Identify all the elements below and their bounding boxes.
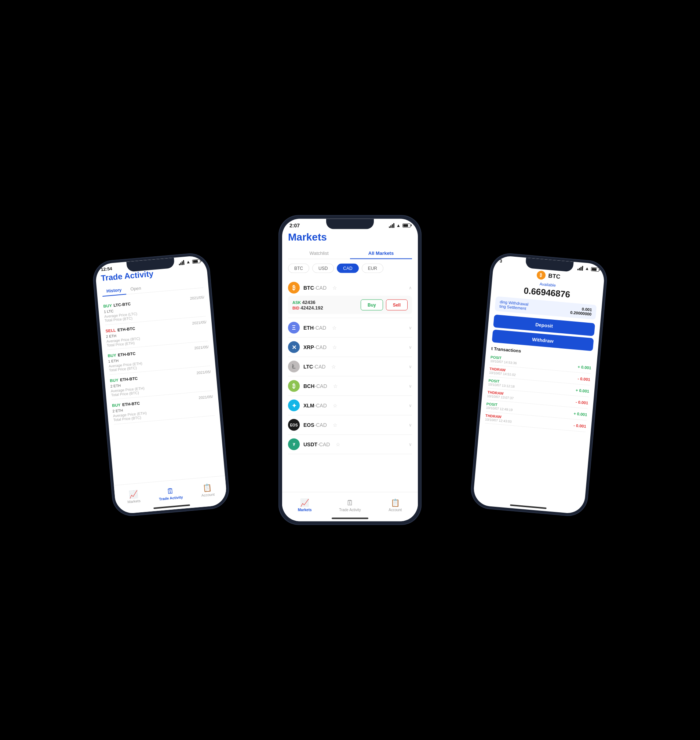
signal-icon-right: [578, 266, 583, 271]
trade-pair-3: ETH-BTC: [120, 376, 138, 382]
btc-chevron: ∧: [409, 285, 412, 291]
account-icon-left: 📋: [203, 483, 212, 492]
trade-icon-left: 🗓: [166, 487, 174, 496]
notch-center: [326, 219, 374, 229]
nav-markets-left[interactable]: 📈 Markets: [114, 485, 153, 509]
account-screen: ₿ BTC Available 0.66946876 ding Withdraw…: [474, 264, 604, 494]
ltc-icon: Ł: [288, 361, 300, 373]
tab-history[interactable]: History: [101, 285, 126, 297]
phone-center: 2:07 ▲ Markets Watchlist All Markets: [278, 215, 422, 525]
bch-icon: ₿: [288, 380, 300, 392]
usdt-chevron: ∨: [409, 442, 412, 447]
trade-date-4: 2021/05/: [199, 395, 213, 400]
trade-date-3: 2021/05/: [196, 370, 211, 375]
eth-chevron: ∨: [409, 325, 412, 330]
market-item-eth[interactable]: Ξ ETH-CAD ☆ ∨: [288, 318, 412, 338]
bid-label: BID: [293, 306, 299, 310]
bch-star[interactable]: ☆: [333, 383, 338, 389]
trade-icon-center: 🗓: [346, 498, 354, 507]
account-label-center: Account: [388, 508, 402, 512]
markets-screen: Markets Watchlist All Markets BTC USD CA…: [282, 230, 418, 499]
btc-account-label: BTC: [548, 272, 560, 280]
trade-action-0: BUY: [103, 303, 112, 308]
status-icons-center: ▲: [389, 223, 410, 228]
usdt-star[interactable]: ☆: [336, 442, 340, 447]
xlm-pair: XLM-CAD: [303, 403, 327, 408]
ltc-star[interactable]: ☆: [331, 364, 336, 370]
market-item-xrp[interactable]: ✕ XRP-CAD ☆ ∨: [288, 338, 412, 357]
markets-label-center: Markets: [298, 508, 312, 512]
battery-icon-right: [591, 267, 600, 272]
xrp-icon: ✕: [288, 341, 300, 353]
btc-star[interactable]: ☆: [332, 285, 337, 291]
markets-label-left: Markets: [127, 499, 141, 504]
nav-trade-left[interactable]: 🗓 Trade Activity: [151, 482, 190, 506]
account-icon-center: 📋: [391, 498, 400, 507]
eos-star[interactable]: ☆: [333, 422, 338, 428]
xlm-icon: ✦: [288, 400, 300, 411]
xrp-star[interactable]: ☆: [332, 344, 337, 350]
xlm-chevron: ∨: [409, 403, 412, 408]
phone-left: 12:54 ▲ Trade Activity History Open: [91, 252, 231, 518]
eth-star[interactable]: ☆: [332, 325, 337, 331]
btc-sell-button[interactable]: Sell: [386, 300, 407, 311]
tab-watchlist[interactable]: Watchlist: [288, 248, 350, 259]
battery-icon-center: [403, 223, 410, 228]
markets-tabs: Watchlist All Markets: [288, 248, 412, 259]
wifi-icon-center: ▲: [396, 223, 401, 228]
home-indicator-center: [332, 518, 368, 519]
trade-action-4: BUY: [112, 403, 121, 408]
tx-amount-2: + 0.001: [576, 388, 590, 393]
btc-account-icon: ₿: [536, 271, 546, 280]
xlm-star[interactable]: ☆: [333, 403, 338, 408]
trade-pair-0: LTC-BTC: [113, 302, 131, 308]
tx-amount-3: - 0.001: [576, 400, 588, 405]
tab-open[interactable]: Open: [125, 283, 146, 294]
time-center: 2:07: [290, 223, 300, 229]
trade-pair-4: ETH-BTC: [122, 401, 140, 407]
trade-pair-2: ETH-BTC: [118, 351, 135, 357]
nav-account-center[interactable]: 📋 Account: [373, 495, 418, 515]
nav-account-left[interactable]: 📋 Account: [188, 478, 227, 502]
account-label-left: Account: [201, 492, 215, 498]
tx-amount-1: - 0.001: [578, 376, 590, 382]
scene: 12:54 ▲ Trade Activity History Open: [0, 0, 700, 740]
bch-pair: BCH-CAD: [303, 383, 327, 389]
wifi-icon-left: ▲: [186, 259, 190, 265]
battery-icon-left: [192, 259, 200, 264]
nav-trade-center[interactable]: 🗓 Trade Activity: [327, 495, 372, 515]
pill-cad[interactable]: CAD: [337, 264, 359, 273]
phone-right: 3 ▲ ₿ BTC Available 0.66946876: [469, 252, 609, 518]
btc-pair: BTC-CAD: [303, 285, 326, 291]
nav-markets-center[interactable]: 📈 Markets: [282, 495, 327, 515]
trade-screen: Trade Activity History Open BUY LTC-BTC …: [96, 264, 226, 494]
pill-eur[interactable]: EUR: [362, 264, 383, 273]
market-item-xlm[interactable]: ✦ XLM-CAD ☆ ∨: [288, 396, 412, 416]
btc-expanded: ASK 42436 BID 42424.192 Buy Sell: [288, 296, 412, 314]
trade-date-2: 2021/05/: [194, 345, 209, 350]
trade-label-left: Trade Activity: [159, 495, 183, 501]
market-item-btc[interactable]: ₿ BTC-CAD ☆ ∧ ASK 42436 BID 42424.192 Bu…: [288, 278, 412, 318]
ltc-pair: LTC-CAD: [303, 364, 325, 370]
tx-amount-4: + 0.001: [574, 411, 587, 417]
bottom-nav-center: 📈 Markets 🗓 Trade Activity 📋 Account: [282, 492, 418, 521]
pill-usd[interactable]: USD: [312, 264, 334, 273]
btc-icon: ₿: [288, 282, 300, 294]
trade-action-2: BUY: [107, 353, 116, 358]
pill-btc[interactable]: BTC: [288, 264, 309, 273]
xrp-pair: XRP-CAD: [303, 344, 326, 350]
markets-icon-center: 📈: [300, 498, 309, 507]
market-item-bch[interactable]: ₿ BCH-CAD ☆ ∨: [288, 377, 412, 396]
filter-pills: BTC USD CAD EUR: [288, 264, 412, 273]
markets-title: Markets: [288, 231, 412, 243]
market-item-ltc[interactable]: Ł LTC-CAD ☆ ∨: [288, 357, 412, 377]
market-item-usdt[interactable]: ₮ USDT-CAD ☆ ∨: [288, 435, 412, 454]
time-right: 3: [500, 258, 503, 264]
ask-label: ASK: [293, 300, 301, 305]
market-item-eos[interactable]: EOS EOS-CAD ☆ ∨: [288, 416, 412, 435]
btc-buy-button[interactable]: Buy: [361, 300, 383, 311]
tab-all-markets[interactable]: All Markets: [350, 248, 412, 259]
tx-amount-5: - 0.001: [574, 423, 586, 429]
trade-pair-1: ETH-BTC: [117, 326, 135, 332]
trade-date-0: 2021/05/: [190, 295, 204, 300]
